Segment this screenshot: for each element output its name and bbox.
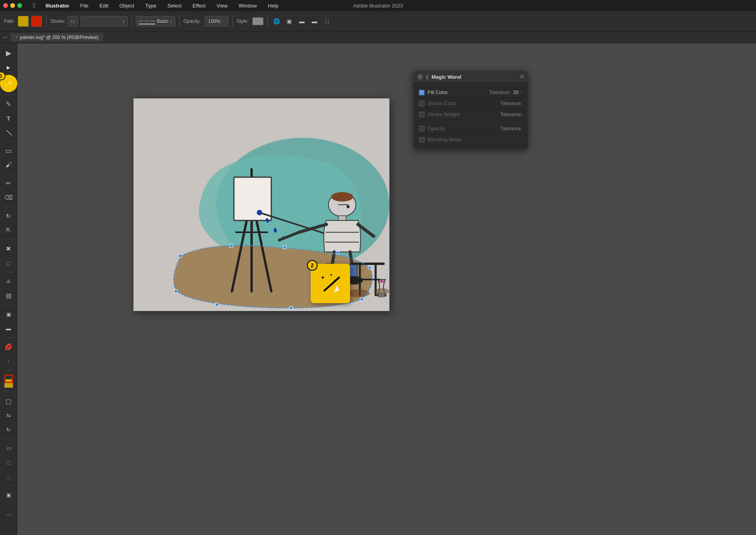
stroke-options-dropdown[interactable]: ↓ — [80, 16, 128, 26]
warp-tool-btn[interactable]: ✖ — [2, 242, 15, 255]
screen-mode-btn[interactable]: ▣ — [2, 488, 15, 502]
tool-separator-9 — [3, 370, 14, 370]
artboard-tool-btn[interactable]: ▣ — [2, 307, 15, 321]
tool-separator-3 — [3, 174, 14, 174]
toolbar-separator-3 — [179, 15, 180, 27]
panel-spacer — [419, 120, 522, 123]
paintbrush-tool-btn[interactable]: 🖌 — [2, 158, 15, 172]
stroke-color-tolerance-label: Tolerance: — [500, 101, 522, 106]
menu-item-effect[interactable]: Effect — [190, 2, 208, 9]
align-icon-btn[interactable]: ▬ — [297, 16, 307, 26]
menu-item-window[interactable]: Window — [236, 2, 259, 9]
menu-item-object[interactable]: Object — [117, 2, 137, 9]
default-colors-btn[interactable]: ↻ — [2, 423, 15, 436]
stroke-color-indicator[interactable] — [4, 374, 13, 383]
panel-collapse-icon[interactable]: ❮ — [425, 74, 429, 80]
arrange-icon-btn[interactable]: ▣ — [284, 16, 295, 26]
menu-item-help[interactable]: Help — [265, 2, 281, 9]
opacity-checkbox[interactable] — [419, 126, 424, 131]
distribute-icon-btn[interactable]: ▬ — [309, 16, 320, 26]
style-swatch[interactable] — [252, 17, 263, 25]
canvas-area: 2 ✦ ✦ ✦ ◢ × ❮ Magic — [17, 43, 756, 535]
stroke-weight-tolerance-section: Tolerance: — [500, 112, 522, 117]
opacity-label: Opacity: — [183, 19, 201, 24]
symbol-tool-btn[interactable]: ♳ — [2, 275, 15, 288]
fill-tolerance-label: Tolerance: — [489, 90, 511, 95]
blend-tool-btn[interactable]: ▫ — [2, 354, 15, 368]
blending-mode-checkbox[interactable] — [419, 137, 424, 143]
svg-text:✦: ✦ — [321, 274, 325, 281]
eyedropper-tool-btn[interactable]: 💋 — [2, 340, 15, 354]
stroke-color-swatch[interactable] — [31, 16, 42, 27]
tool-separator-2 — [3, 141, 14, 142]
globe-icon-btn[interactable]: 🌐 — [272, 16, 282, 26]
tooltip-wand-icon: ✦ ✦ ✦ ◢ — [319, 272, 342, 295]
apple-icon:  — [33, 2, 35, 9]
stroke-color-row: Stroke Color Tolerance: — [419, 98, 522, 109]
fill-color-checkbox[interactable] — [419, 90, 424, 95]
fill-tolerance-arrow[interactable]: › — [521, 90, 522, 94]
close-window-btn[interactable] — [3, 3, 8, 8]
direct-selection-tool-btn[interactable]: ▸ — [2, 61, 15, 74]
eraser-tool-btn[interactable]: ⌫ — [2, 191, 15, 204]
path-label: Path — [4, 19, 14, 24]
minimize-window-btn[interactable] — [10, 3, 15, 8]
svg-rect-45 — [368, 266, 371, 269]
fill-view-btn[interactable]: ◻ — [2, 455, 15, 469]
rectangle-tool-btn[interactable]: ▭ — [2, 144, 15, 157]
app-title: Adobe Illustrator 2023 — [353, 3, 403, 9]
maximize-window-btn[interactable] — [17, 3, 22, 8]
graph-tool-btn[interactable]: ▤ — [2, 289, 15, 302]
menu-item-select[interactable]: Select — [165, 2, 184, 9]
panel-collapse-btn[interactable]: «» — [3, 35, 7, 39]
painter-illustration — [133, 98, 389, 311]
svg-rect-48 — [215, 303, 219, 306]
free-transform-tool-btn[interactable]: □ — [2, 256, 15, 270]
panel-title: Magic Wand — [432, 74, 461, 80]
stroke-color-checkbox[interactable] — [419, 101, 424, 106]
toolbar-separator-4 — [232, 15, 233, 27]
rotate-tool-btn[interactable]: ↻ — [2, 209, 15, 223]
outline-view-btn[interactable]: △ — [2, 470, 15, 483]
menu-item-view[interactable]: View — [214, 2, 230, 9]
menu-item-illustrator[interactable]: Illustrator — [43, 2, 72, 9]
fill-color-swatch[interactable] — [18, 16, 29, 27]
color-indicator — [2, 374, 15, 388]
basic-label: Basic — [157, 19, 168, 24]
stroke-style-dropdown[interactable]: — — — Basic ↓ — [136, 16, 175, 26]
stroke-label: Stroke: — [50, 19, 65, 24]
stroke-weight-checkbox[interactable] — [419, 112, 424, 117]
more-tools-btn[interactable]: … — [2, 507, 15, 520]
blending-mode-row: Blending Mode — [419, 134, 522, 145]
pen-tool-btn[interactable]: ✎ — [2, 97, 15, 111]
tool-separator-4 — [3, 207, 14, 207]
normal-view-btn[interactable]: ▭ — [2, 441, 15, 455]
pencil-tool-btn[interactable]: ✏ — [2, 177, 15, 190]
menu-item-type[interactable]: Type — [143, 2, 159, 9]
transform-icon-btn[interactable]: □ — [322, 16, 332, 26]
swap-colors-btn[interactable]: ⇆ — [2, 409, 15, 422]
stroke-color-label: Stroke Color — [428, 100, 497, 106]
svg-rect-49 — [174, 290, 178, 293]
svg-text:✦: ✦ — [330, 273, 333, 277]
svg-point-17 — [346, 205, 350, 208]
window-controls[interactable] — [3, 3, 22, 8]
slice-tool-btn[interactable]: ▬ — [2, 322, 15, 335]
panel-body: Fill Color Tolerance: 20 › Stroke Color … — [413, 83, 528, 149]
none-fill-btn[interactable]: ▢ — [2, 394, 15, 408]
opacity-value[interactable]: 100% › — [205, 16, 228, 26]
toolbar-separator-2 — [132, 15, 132, 27]
stroke-weight-dropdown[interactable]: ↑↓ — [68, 16, 78, 26]
scale-tool-btn[interactable]: ⇱ — [2, 224, 15, 237]
magic-wand-tool-btn[interactable]: ✨ 1 — [0, 75, 17, 92]
document-tab[interactable]: × painter.svg* @ 200 % (RGB/Preview) — [11, 33, 103, 42]
tab-close-btn[interactable]: × — [15, 35, 18, 39]
menu-item-edit[interactable]: Edit — [97, 2, 111, 9]
panel-menu-btn[interactable]: ≡ — [520, 73, 524, 80]
menu-item-file[interactable]: File — [78, 2, 91, 9]
type-tool-btn[interactable]: T — [2, 111, 15, 125]
line-tool-btn[interactable]: | — [0, 123, 18, 142]
svg-rect-44 — [336, 251, 339, 254]
panel-close-btn[interactable]: × — [417, 74, 423, 80]
selection-tool-btn[interactable]: ▶ — [2, 46, 15, 60]
